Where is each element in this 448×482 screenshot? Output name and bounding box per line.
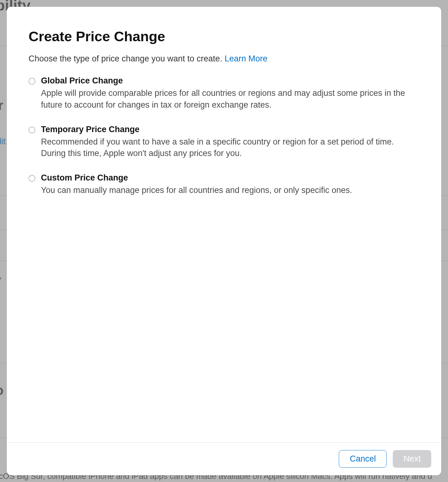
radio-temporary[interactable] <box>29 127 35 133</box>
option-global-price-change[interactable]: Global Price Change Apple will provide c… <box>29 76 419 111</box>
radio-custom[interactable] <box>29 175 35 182</box>
option-temporary-price-change[interactable]: Temporary Price Change Recommended if yo… <box>29 125 419 160</box>
radio-global[interactable] <box>29 78 35 85</box>
option-title-temporary: Temporary Price Change <box>41 125 419 134</box>
learn-more-link[interactable]: Learn More <box>225 54 267 63</box>
option-custom-price-change[interactable]: Custom Price Change You can manually man… <box>29 173 419 196</box>
modal-footer: Cancel Next <box>7 442 441 475</box>
option-desc-temporary: Recommended if you want to have a sale i… <box>41 136 419 160</box>
modal-title: Create Price Change <box>29 29 419 45</box>
modal-subtitle: Choose the type of price change you want… <box>29 54 419 64</box>
option-title-custom: Custom Price Change <box>41 173 419 183</box>
create-price-change-modal: Create Price Change Choose the type of p… <box>7 7 441 475</box>
option-content-temporary: Temporary Price Change Recommended if yo… <box>41 125 419 160</box>
option-title-global: Global Price Change <box>41 76 419 86</box>
option-content-global: Global Price Change Apple will provide c… <box>41 76 419 111</box>
modal-body: Create Price Change Choose the type of p… <box>7 7 441 442</box>
modal-subtitle-text: Choose the type of price change you want… <box>29 54 225 63</box>
cancel-button[interactable]: Cancel <box>339 450 387 468</box>
option-desc-custom: You can manually manage prices for all c… <box>41 185 419 196</box>
option-content-custom: Custom Price Change You can manually man… <box>41 173 419 196</box>
option-desc-global: Apple will provide comparable prices for… <box>41 87 419 111</box>
next-button[interactable]: Next <box>393 450 431 468</box>
